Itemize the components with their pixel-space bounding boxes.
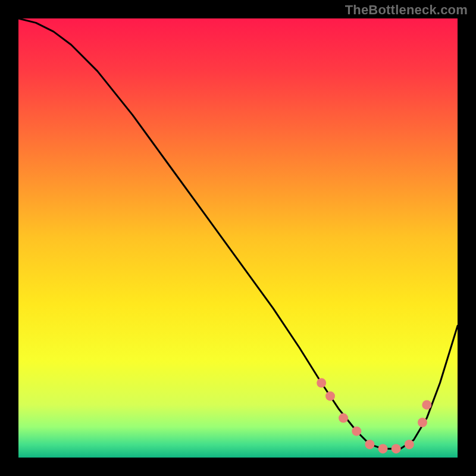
marker-point — [365, 440, 374, 449]
plot-background — [18, 18, 458, 458]
marker-point — [339, 414, 348, 423]
chart-container: TheBottleneck.com — [0, 0, 476, 476]
attribution-label: TheBottleneck.com — [345, 2, 468, 18]
marker-point — [352, 427, 361, 436]
marker-point — [392, 444, 401, 453]
marker-point — [325, 392, 335, 401]
marker-point — [422, 400, 431, 409]
chart-svg — [0, 0, 476, 476]
marker-point — [378, 444, 388, 453]
marker-point — [405, 440, 414, 449]
marker-point — [317, 378, 326, 388]
marker-point — [418, 418, 427, 427]
